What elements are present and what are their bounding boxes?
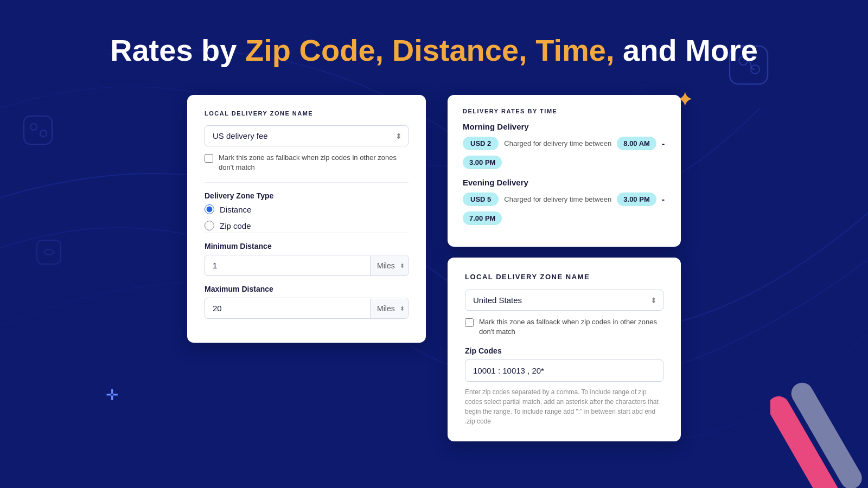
radio-zipcode-input[interactable] [205,221,214,230]
evening-to-badge: 7.00 PM [463,211,502,225]
divider-1 [205,182,409,183]
min-unit-wrapper: Miles Km [370,256,408,275]
evening-delivery-section: Evening Delivery USD 5 Charged for deliv… [463,178,666,225]
rates-card-title: DELIVERY RATES BY TIME [463,108,666,114]
radio-zipcode[interactable]: Zip code [205,221,409,230]
radio-distance[interactable]: Distance [205,204,409,214]
max-unit-wrapper: Miles Km [370,299,408,318]
zone-type-label: Delivery Zone Type [205,191,409,200]
morning-usd-badge: USD 2 [463,137,499,150]
left-card: LOCAL DELIVERY ZONE NAME US delivery fee… [187,95,426,343]
zip-codes-input[interactable] [465,359,663,382]
morning-time-text: Charged for delivery time between [504,139,611,147]
min-distance-input-group: Miles Km [205,255,409,276]
morning-to-badge: 3.00 PM [463,156,502,169]
max-unit-select[interactable]: Miles Km [370,299,408,318]
morning-from-badge: 8.00 AM [617,137,656,150]
morning-dash: - [662,139,665,149]
country-select[interactable]: United States Canada United Kingdom Aust… [465,290,663,311]
evening-dash: - [662,195,665,204]
min-unit-select[interactable]: Miles Km [370,256,408,275]
zone-card: LOCAL DELIVERY ZONE NAME United States C… [448,258,681,441]
rates-card: DELIVERY RATES BY TIME Morning Delivery … [448,95,681,247]
radio-distance-label: Distance [220,205,251,214]
max-distance-block: Maximum Distance Miles Km [205,285,409,319]
zone-name-select[interactable]: US delivery fee Canada delivery fee Glob… [205,125,409,146]
zip-hint: Enter zip codes separated by a comma. To… [465,387,663,426]
country-select-wrapper: United States Canada United Kingdom Aust… [465,290,663,311]
morning-time-row: USD 2 Charged for delivery time between … [463,137,666,169]
max-distance-label: Maximum Distance [205,285,409,293]
radio-distance-input[interactable] [205,204,214,214]
min-distance-label: Minimum Distance [205,242,409,251]
fallback-checkbox[interactable] [205,154,213,163]
morning-delivery-name: Morning Delivery [463,122,666,131]
min-distance-block: Minimum Distance Miles Km [205,242,409,276]
left-card-title: LOCAL DELIVERY ZONE NAME [205,110,409,117]
evening-from-badge: 3.00 PM [617,192,656,206]
evening-delivery-name: Evening Delivery [463,178,666,187]
cards-row: LOCAL DELIVERY ZONE NAME US delivery fee… [0,95,868,441]
morning-delivery-section: Morning Delivery USD 2 Charged for deliv… [463,122,666,169]
fallback-checkbox-row: Mark this zone as fallback when zip code… [205,153,409,172]
page-title: Rates by Zip Code, Distance, Time, and M… [110,33,758,68]
radio-zipcode-label: Zip code [220,221,251,230]
zip-codes-label: Zip Codes [465,346,663,355]
max-distance-input-group: Miles Km [205,298,409,319]
divider-2 [205,233,409,233]
max-distance-input[interactable] [205,298,370,318]
zone-fallback-label: Mark this zone as fallback when zip code… [479,317,663,337]
evening-time-row: USD 5 Charged for delivery time between … [463,192,666,225]
fallback-label: Mark this zone as fallback when zip code… [219,153,409,172]
zone-type-radio-group: Distance Zip code [205,204,409,230]
right-column: DELIVERY RATES BY TIME Morning Delivery … [448,95,681,441]
zone-fallback-checkbox-row: Mark this zone as fallback when zip code… [465,317,663,337]
evening-usd-badge: USD 5 [463,192,499,206]
zone-fallback-checkbox[interactable] [465,318,474,327]
zone-name-select-wrapper: US delivery fee Canada delivery fee Glob… [205,125,409,146]
zone-card-title: LOCAL DELIVERY ZONE NAME [465,273,663,281]
evening-time-text: Charged for delivery time between [504,195,611,203]
min-distance-input[interactable] [205,255,370,275]
